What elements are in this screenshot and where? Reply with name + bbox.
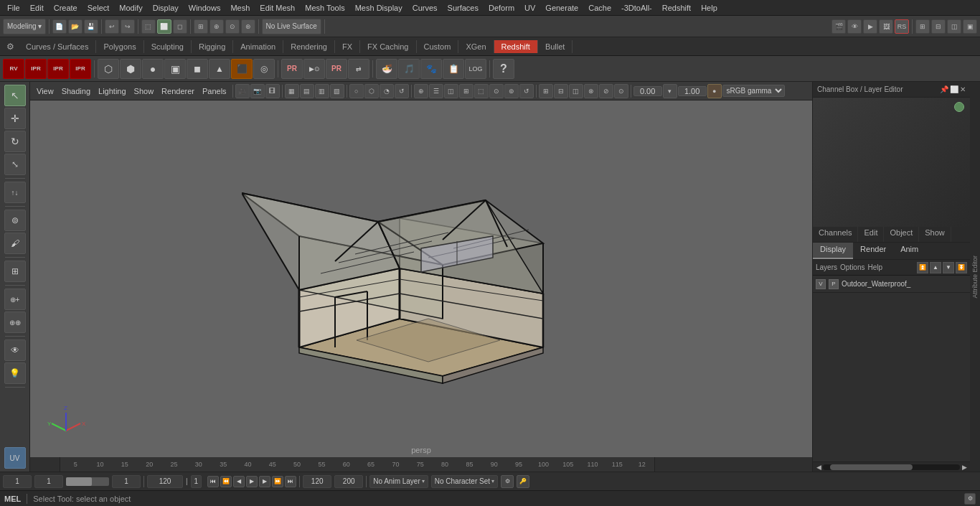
vp-extra8-icon[interactable]: ↺ (519, 84, 534, 98)
shelf-ipr3-btn[interactable]: IPR (70, 59, 91, 79)
snap-grid-btn[interactable]: ⊞ (194, 19, 208, 34)
vp-value1[interactable]: 0.00 (633, 86, 662, 96)
snap2-btn[interactable]: ⊕⊕ (4, 311, 26, 333)
menu-generate[interactable]: Generate (541, 2, 583, 14)
frame-current-field[interactable] (34, 475, 63, 488)
menu-surfaces[interactable]: Surfaces (443, 2, 483, 14)
tab-curves-surfaces[interactable]: Curves / Surfaces (19, 40, 96, 53)
ld-tab-anim[interactable]: Anim (893, 243, 925, 259)
view-layout-btn[interactable]: ⊞ (915, 19, 930, 34)
vp-gamma-icon[interactable]: ● (707, 84, 722, 98)
shelf-torus-btn[interactable]: ◎ (253, 59, 275, 79)
vp-sel2-icon[interactable]: ▤ (300, 84, 314, 98)
view-layout2-btn[interactable]: ⊟ (931, 19, 946, 34)
key-set-btn[interactable]: ⚙ (501, 475, 514, 488)
right-panel-expand-btn[interactable]: ⬜ (950, 85, 958, 93)
tab-fx[interactable]: FX (335, 40, 360, 53)
snap-surface-btn[interactable]: ⊛ (241, 19, 255, 34)
select-tool-btn[interactable]: ↖ (4, 85, 26, 106)
rs-btn[interactable]: RS (895, 19, 909, 34)
vp-extra1-icon[interactable]: ⊕ (414, 84, 428, 98)
scroll-left-arrow[interactable]: ◀ (814, 463, 823, 472)
shelf-pr1-btn[interactable]: PR (281, 59, 303, 79)
layer-visibility-v[interactable]: V (816, 279, 826, 289)
tab-xgen[interactable]: XGen (458, 40, 494, 53)
menu-curves[interactable]: Curves (408, 2, 442, 14)
scale-tool-btn[interactable]: ⤡ (4, 154, 26, 175)
move-tool-btn[interactable]: ✛ (4, 108, 26, 129)
uv-editor-btn[interactable]: UV (4, 447, 26, 469)
vp-sel1-icon[interactable]: ▦ (285, 84, 299, 98)
tab-sculpting[interactable]: Sculpting (144, 40, 192, 53)
show-manip-btn[interactable]: ⊞ (4, 261, 26, 282)
shelf-log-btn[interactable]: LOG (465, 59, 486, 79)
right-panel-close-btn[interactable]: ✕ (960, 85, 966, 93)
shelf-poly-btn[interactable]: ⬡ (98, 59, 119, 79)
render-btn[interactable]: 🖼 (879, 19, 893, 34)
pb-last-btn[interactable]: ⏭ (285, 476, 296, 487)
menu-redshift[interactable]: Redshift (658, 2, 695, 14)
select-btn[interactable]: ⬜ (157, 19, 171, 34)
shelf-help-btn[interactable]: ? (493, 59, 514, 79)
ld-tab-display[interactable]: Display (813, 243, 853, 259)
shelf-sphere-btn[interactable]: ● (142, 59, 164, 79)
anim-layer-select[interactable]: No Anim Layer ▾ (369, 475, 428, 488)
pb-first-btn[interactable]: ⏮ (207, 476, 219, 487)
layer-arr-down-down[interactable]: ⏬ (956, 262, 967, 273)
frame-anim-field[interactable] (112, 475, 141, 488)
light-btn[interactable]: 💡 (4, 362, 26, 384)
vp-menu-shading[interactable]: Shading (58, 85, 94, 97)
vp-extra3-icon[interactable]: ◫ (444, 84, 458, 98)
tab-fx-caching[interactable]: FX Caching (360, 40, 416, 53)
new-scene-btn[interactable]: 📄 (52, 19, 67, 34)
vp-snap2-icon[interactable]: ⬡ (364, 84, 379, 98)
menu-deform[interactable]: Deform (484, 2, 519, 14)
scroll-right-arrow[interactable]: ▶ (960, 463, 969, 472)
pb-next-key-btn[interactable]: ⏩ (272, 476, 283, 487)
frame-range-start[interactable] (303, 475, 331, 488)
soft-select-btn[interactable]: ⊚ (4, 210, 26, 231)
vp-gamma-select[interactable]: sRGB gamma (722, 85, 785, 97)
pb-play-btn[interactable]: ▶ (246, 476, 258, 487)
layer-sub-options[interactable]: Options (840, 263, 864, 271)
shelf-pr4-btn[interactable]: ⇄ (348, 59, 369, 79)
menu-uv[interactable]: UV (520, 2, 540, 14)
vp-snap1-icon[interactable]: ○ (349, 84, 364, 98)
shelf-ipr2-btn[interactable]: IPR (47, 59, 69, 79)
vp-menu-view[interactable]: View (33, 85, 57, 97)
vp-menu-show[interactable]: Show (131, 85, 158, 97)
right-panel-pin-btn[interactable]: 📌 (940, 85, 948, 93)
shelf-pr2-btn[interactable]: ▶⊙ (303, 59, 325, 79)
status-icon-btn[interactable]: ⚙ (964, 493, 976, 505)
tab-gear[interactable]: ⚙ (1, 37, 19, 56)
vp-value2[interactable]: 1.00 (678, 86, 707, 96)
layer-visibility-p[interactable]: P (829, 279, 839, 289)
tab-rigging[interactable]: Rigging (192, 40, 233, 53)
ch-tab-object[interactable]: Object (884, 227, 919, 242)
script-lang-label[interactable]: MEL (4, 495, 21, 503)
pb-prev-key-btn[interactable]: ⏪ (220, 476, 232, 487)
layer-sub-layers[interactable]: Layers (816, 263, 837, 271)
live-surface-btn[interactable]: No Live Surface (262, 19, 321, 34)
menu-mesh-tools[interactable]: Mesh Tools (301, 2, 349, 14)
vp-grid2-icon[interactable]: ⊟ (554, 84, 568, 98)
vp-menu-panels[interactable]: Panels (199, 85, 230, 97)
redo-btn[interactable]: ↪ (121, 19, 135, 34)
ipr-btn[interactable]: ▶ (863, 19, 877, 34)
paint-btn[interactable]: 🖌 (4, 233, 26, 254)
select-by-hierarchy-btn[interactable]: ⬚ (141, 19, 156, 34)
timeline-ruler[interactable]: 5 10 15 20 25 30 35 40 45 50 55 60 65 70… (60, 457, 654, 472)
render-view-btn[interactable]: 👁 (847, 19, 862, 34)
shelf-pr3-btn[interactable]: PR (326, 59, 347, 79)
frame-range-end[interactable] (334, 475, 363, 488)
menu-create[interactable]: Create (50, 2, 82, 14)
lasso-btn[interactable]: ◻ (173, 19, 187, 34)
tab-redshift[interactable]: Redshift (494, 40, 538, 53)
shelf-cam2-btn[interactable]: 🎵 (398, 59, 420, 79)
menu-modify[interactable]: Modify (115, 2, 146, 14)
menu-mesh[interactable]: Mesh (226, 2, 254, 14)
char-set-select[interactable]: No Character Set ▾ (431, 475, 498, 488)
vp-sel3-icon[interactable]: ▥ (315, 84, 329, 98)
vp-extra5-icon[interactable]: ⬚ (474, 84, 489, 98)
snap-curve-btn[interactable]: ⊕ (209, 19, 224, 34)
